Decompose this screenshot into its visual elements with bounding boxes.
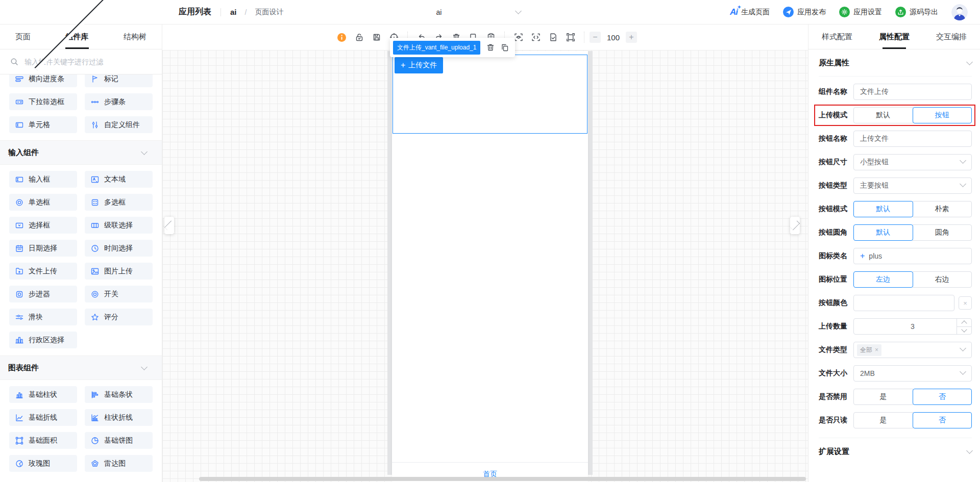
action-应用设置[interactable]: 应用设置 [839,7,882,17]
select-input[interactable]: 主要按钮 [853,177,972,194]
tab-interaction-config[interactable]: 交互编排 [936,24,967,49]
component-item-选择框[interactable]: 选择框 [9,217,77,234]
component-item-图片上传[interactable]: 图片上传 [85,263,153,280]
component-item-下拉筛选框[interactable]: 下拉筛选框 [9,93,77,110]
upload-file-button-label: 上传文件 [408,61,437,70]
component-item-多选框[interactable]: 多选框 [85,194,153,211]
page-check-button[interactable] [545,29,562,46]
segment-option-是[interactable]: 是 [853,412,913,428]
segment-option-默认[interactable]: 默认 [853,107,913,123]
component-item-基础柱状[interactable]: 基础柱状 [9,386,77,403]
prop-label: 按钮颜色 [819,298,853,308]
segment-option-圆角[interactable]: 圆角 [913,224,972,241]
component-item-标记[interactable]: 标记 [85,74,153,87]
chevron-down-icon [960,368,966,375]
component-item-文本域[interactable]: 文本域 [85,171,153,188]
text-input[interactable]: 文件上传 [853,84,972,100]
collapse-right-panel-handle[interactable] [790,217,800,234]
segment-option-默认[interactable]: 默认 [853,224,913,241]
save-button[interactable] [368,29,385,46]
component-item-玫瑰图[interactable]: 玫瑰图 [9,455,77,472]
tag-select-input[interactable]: 全部× [853,342,972,358]
remove-tag-icon[interactable]: × [875,346,878,353]
user-avatar[interactable] [951,4,968,20]
select-input[interactable]: 2MB [853,365,972,382]
segment-option-否[interactable]: 否 [913,389,972,405]
tab-pages[interactable]: 页面 [15,24,31,49]
component-item-日期选择[interactable]: 日期选择 [9,240,77,257]
component-item-基础条状[interactable]: 基础条状 [85,386,153,403]
horizontal-scrollbar[interactable] [199,477,806,481]
ai-generate-icon: Ai✦ [730,7,738,17]
frame-button[interactable] [562,29,579,46]
segment-option-否[interactable]: 否 [913,412,972,428]
segment-option-是[interactable]: 是 [853,389,913,405]
extend-settings-section-header[interactable]: 扩展设置 [819,438,972,465]
component-item-单元格[interactable]: 单元格 [9,116,77,133]
color-input[interactable] [853,295,954,311]
delete-component-icon[interactable] [486,43,495,52]
action-源码导出[interactable]: 源码导出 [895,7,938,17]
info-button[interactable] [333,29,351,46]
prop-label: 图标类名 [819,251,853,261]
segment-option-按钮[interactable]: 按钮 [913,107,972,123]
radio-icon [15,198,23,207]
component-item-基础饼图[interactable]: 基础饼图 [85,432,153,449]
action-生成页面[interactable]: Ai✦生成页面 [730,7,770,17]
native-props-section-header[interactable]: 原生属性 [819,49,972,77]
component-item-级联选择[interactable]: 级联选择 [85,217,153,234]
back-to-app-list-button[interactable]: 应用列表 [12,7,211,17]
component-item-基础折线[interactable]: 基础折线 [9,409,77,426]
component-item-自定义组件[interactable]: 自定义组件 [85,116,153,133]
number-input[interactable]: 3 [853,318,972,335]
source-code-button[interactable] [527,29,545,46]
unlock-button[interactable] [351,29,368,46]
zoom-in-button[interactable]: + [626,32,637,43]
segment-option-右边[interactable]: 右边 [913,271,972,288]
toolbar-divider [584,32,585,43]
component-item-单选框[interactable]: 单选框 [9,194,77,211]
segment-option-朴素[interactable]: 朴素 [913,201,972,217]
component-item-雷达图[interactable]: 雷达图 [85,455,153,472]
component-group-header[interactable]: 图表组件 [0,356,162,380]
component-item-横向进度条[interactable]: 横向进度条 [9,74,77,87]
segment-option-左边[interactable]: 左边 [853,271,913,288]
component-item-评分[interactable]: 评分 [85,309,153,325]
component-item-步骤条[interactable]: 步骤条 [85,93,153,110]
component-item-行政区选择[interactable]: 行政区选择 [9,332,77,348]
source-code-icon [531,33,541,42]
segment-option-默认[interactable]: 默认 [853,201,913,217]
prop-row-是否只读: 是否只读是否 [819,412,972,428]
tab-style-config[interactable]: 样式配置 [822,24,852,49]
chart-radar-icon [91,460,99,468]
extend-settings-title: 扩展设置 [819,447,849,456]
tab-property-config[interactable]: 属性配置 [879,24,910,49]
component-label: 行政区选择 [29,336,64,345]
component-item-时间选择[interactable]: 时间选择 [85,240,153,257]
component-group-header[interactable]: 输入组件 [0,140,162,165]
copy-component-icon[interactable] [501,43,509,52]
action-应用发布[interactable]: 应用发布 [783,7,826,17]
component-item-基础面积[interactable]: 基础面积 [9,432,77,449]
action-label: 生成页面 [741,8,770,17]
component-item-文件上传[interactable]: 文件上传 [9,263,77,280]
component-item-输入框[interactable]: 输入框 [9,171,77,188]
component-label: 滑块 [29,313,43,322]
select-input[interactable]: 小型按钮 [853,154,972,170]
upload-file-button[interactable]: + 上传文件 [395,57,443,73]
component-item-滑块[interactable]: 滑块 [9,309,77,325]
stepper-down-button[interactable] [957,327,971,335]
stepper-up-button[interactable] [957,319,971,327]
clear-color-button[interactable]: × [959,296,972,310]
component-search [0,49,162,74]
component-item-步进器[interactable]: 步进器 [9,286,77,302]
icon-class-input[interactable]: +plus [853,248,972,264]
component-item-开关[interactable]: 开关 [85,286,153,302]
collapse-left-panel-handle[interactable] [164,217,174,234]
tab-structure-tree[interactable]: 结构树 [124,24,146,49]
page-select[interactable]: ai [342,0,536,24]
prop-control: 小型按钮 [853,154,972,170]
component-item-柱状折线[interactable]: 柱状折线 [85,409,153,426]
zoom-out-button[interactable]: − [590,32,601,43]
text-input[interactable]: 上传文件 [853,131,972,147]
